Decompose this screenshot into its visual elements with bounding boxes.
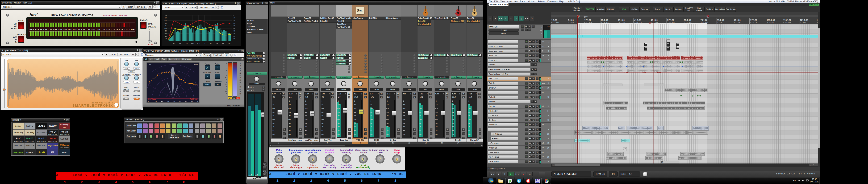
svg-text:31: 31 <box>173 43 175 45</box>
svg-text:8k: 8k <box>222 43 224 45</box>
svg-text:17.1.00: 17.1.00 <box>584 19 591 21</box>
svg-text:2:31.579: 2:31.579 <box>651 21 658 24</box>
svg-text:33.1.00: 33.1.00 <box>618 19 625 21</box>
svg-text:97.1.00: 97.1.00 <box>750 19 757 21</box>
svg-text:2k: 2k <box>210 43 212 45</box>
svg-text:-45: -45 <box>233 35 235 37</box>
svg-text:65.1.00: 65.1.00 <box>684 19 691 21</box>
svg-text:2:56.842: 2:56.842 <box>667 21 675 24</box>
svg-text:-45: -45 <box>164 35 167 37</box>
svg-text:-20: -20 <box>164 22 167 24</box>
svg-text:129.1.00: 129.1.00 <box>817 19 818 21</box>
svg-text:6:18.947: 6:18.947 <box>800 21 807 24</box>
svg-text:2: 2 <box>707 16 708 18</box>
svg-text:0:25.263: 0:25.263 <box>568 21 575 24</box>
svg-text:16k: 16k <box>228 43 231 45</box>
svg-text:57.1.00: 57.1.00 <box>667 19 674 21</box>
svg-text:5:03.157: 5:03.157 <box>750 21 758 24</box>
svg-text:-35: -35 <box>233 30 235 32</box>
svg-text:6:44.210: 6:44.210 <box>817 21 818 24</box>
svg-text:1:15.789: 1:15.789 <box>601 21 609 24</box>
svg-text:1:41.052: 1:41.052 <box>618 21 625 24</box>
svg-text:81.1.00: 81.1.00 <box>717 19 724 21</box>
svg-text:76: 76 <box>586 16 588 18</box>
svg-text:41.1.00: 41.1.00 <box>634 19 641 21</box>
svg-text:49.1.00: 49.1.00 <box>651 19 658 21</box>
svg-text:250: 250 <box>191 43 194 45</box>
svg-text:9.1.00: 9.1.00 <box>568 19 574 21</box>
svg-text:-15: -15 <box>233 20 235 21</box>
svg-text:T: T <box>584 16 585 18</box>
svg-text:-30: -30 <box>164 27 167 29</box>
svg-text:25.1.00: 25.1.00 <box>601 19 608 21</box>
svg-text:0:00.000: 0:00.000 <box>551 21 559 24</box>
svg-text:-50: -50 <box>164 38 167 40</box>
svg-text:125: 125 <box>185 43 188 45</box>
svg-text:4:12.631: 4:12.631 <box>717 21 724 24</box>
svg-text:-25: -25 <box>164 25 167 27</box>
svg-text:-20: -20 <box>233 22 235 24</box>
svg-text:4k: 4k <box>216 43 218 45</box>
svg-text:2:06.316: 2:06.316 <box>634 21 642 24</box>
svg-text:-10: -10 <box>164 17 167 19</box>
svg-text:-10: -10 <box>233 17 235 19</box>
svg-text:A: A <box>662 161 663 163</box>
svg-text:-25: -25 <box>233 25 235 27</box>
svg-text:5:53.683: 5:53.683 <box>783 21 791 24</box>
svg-text:-30: -30 <box>233 27 235 29</box>
svg-text:-40: -40 <box>233 33 235 34</box>
svg-text:-35: -35 <box>164 30 167 32</box>
svg-text:S: S <box>518 179 520 183</box>
svg-text:5:28.420: 5:28.420 <box>767 21 774 24</box>
svg-text:63: 63 <box>179 43 181 45</box>
svg-text:113.1.00: 113.1.00 <box>783 19 791 21</box>
svg-text:-40: -40 <box>164 33 167 34</box>
svg-text:121.1.00: 121.1.00 <box>800 19 808 21</box>
svg-text:4:37.894: 4:37.894 <box>734 21 741 24</box>
svg-text:-50: -50 <box>233 38 235 40</box>
svg-text:3:22.105: 3:22.105 <box>684 21 691 24</box>
svg-text:73.1.00: 73.1.00 <box>701 19 707 21</box>
svg-text:-5: -5 <box>233 15 235 16</box>
svg-text:500: 500 <box>197 43 200 45</box>
svg-text:-5: -5 <box>165 15 167 16</box>
svg-text:105.1.00: 105.1.00 <box>767 19 775 21</box>
svg-text:1.1.00: 1.1.00 <box>551 19 557 21</box>
svg-text:0:50.526: 0:50.526 <box>584 21 592 24</box>
svg-text:-15: -15 <box>164 20 167 21</box>
svg-text:1k: 1k <box>204 43 206 45</box>
svg-text:89.1.00: 89.1.00 <box>734 19 741 21</box>
svg-text:1: 1 <box>578 16 579 18</box>
svg-text:μ: μ <box>509 179 511 183</box>
